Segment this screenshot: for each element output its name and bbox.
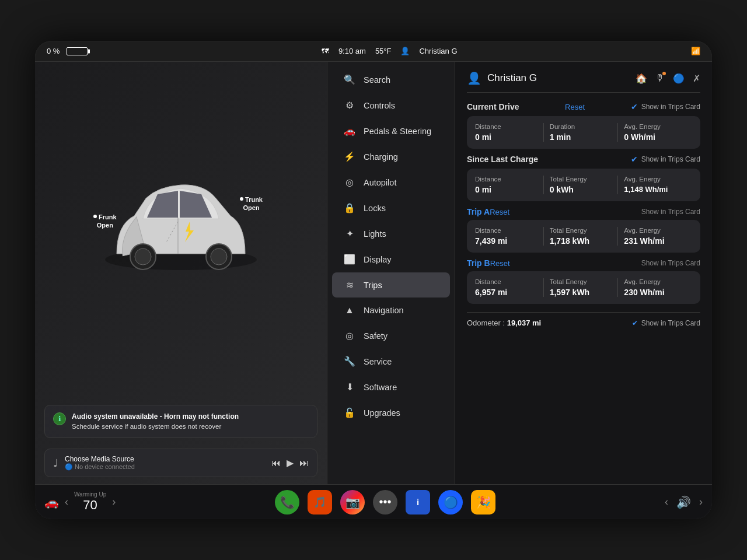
taskbar: 🚗 ‹ Warming Up 70 › 📞 🎵 📷 ••• i 🔵 🎉 ‹ 🔊 … <box>35 484 712 519</box>
user-header: 👤 Christian G 🏠 🎙 🔵 ✗ <box>467 71 700 93</box>
trip-b-card: Distance 6,957 mi Total Energy 1,597 kWh… <box>467 271 700 304</box>
status-bar: 0 % 🗺 9:10 am 55°F 👤 Christian G 📶 <box>35 41 712 62</box>
menu-label-pedals: Pedals & Steering <box>364 127 431 136</box>
dots-button[interactable]: ••• <box>373 490 397 514</box>
temp-prev-arrow[interactable]: ‹ <box>65 496 68 508</box>
navigation-icon: ▲ <box>344 305 355 316</box>
trip-a-total-label: Total Energy <box>550 227 612 234</box>
car-taskbar-icon[interactable]: 🚗 <box>44 495 59 509</box>
checkbox-icon-2: ✔ <box>631 155 638 164</box>
temp-value: 70 <box>74 498 106 513</box>
menu-item-trips[interactable]: ≋ Trips <box>332 272 450 298</box>
since-charge-header: Since Last Charge ✔ Show in Trips Card <box>467 155 700 164</box>
menu-label-search: Search <box>364 75 390 85</box>
current-drive-checkbox[interactable]: ✔ Show in Trips Card <box>631 102 700 111</box>
prev-button[interactable]: ⏮ <box>271 458 281 468</box>
charging-icon: ⚡ <box>344 151 355 162</box>
temp-next-arrow[interactable]: › <box>112 496 116 508</box>
menu-item-locks[interactable]: 🔒 Locks <box>332 195 450 220</box>
user-name: Christian G <box>487 72 537 84</box>
status-right: 📶 <box>691 47 700 55</box>
menu-item-charging[interactable]: ⚡ Charging <box>332 144 450 169</box>
trip-a-dist-label: Distance <box>475 227 537 234</box>
current-drive-reset[interactable]: Reset <box>565 103 585 111</box>
menu-item-display[interactable]: ⬜ Display <box>332 247 450 272</box>
since-charge-card: Distance 0 mi Total Energy 0 kWh Avg. En… <box>467 169 700 201</box>
current-avg-value: 0 Wh/mi <box>624 132 686 142</box>
since-charge-checkbox[interactable]: ✔ Show in Trips Card <box>631 155 700 164</box>
menu-label-autopilot: Autopilot <box>364 178 396 187</box>
lights-icon: ✦ <box>344 228 355 239</box>
since-charge-show: Show in Trips Card <box>641 155 700 163</box>
media-icon: ♩ <box>53 457 58 470</box>
pedals-icon: 🚗 <box>344 125 355 136</box>
play-button[interactable]: ▶ <box>287 457 294 468</box>
trip-a-distance: Distance 7,439 mi <box>475 227 544 246</box>
menu-item-controls[interactable]: ⚙ Controls <box>332 93 450 118</box>
menu-label-service: Service <box>364 357 392 366</box>
battery-bar <box>67 47 88 55</box>
alert-subtitle: Schedule service if audio system does no… <box>72 422 239 432</box>
odometer-checkbox[interactable]: ✔ Show in Trips Card <box>632 319 700 327</box>
info-button[interactable]: i <box>406 490 430 514</box>
charge-avg-energy: Avg. Energy 1,148 Wh/mi <box>618 176 692 194</box>
media-subtitle: 🔵 No device connected <box>65 463 264 471</box>
menu-label-lights: Lights <box>364 229 386 239</box>
next-button[interactable]: ⏭ <box>299 458 309 468</box>
charge-distance: Distance 0 mi <box>475 176 544 194</box>
odometer-value: 19,037 mi <box>507 318 542 327</box>
current-avg-label: Avg. Energy <box>624 123 686 130</box>
upgrades-icon: 🔓 <box>344 407 355 418</box>
phone-button[interactable]: 📞 <box>275 490 299 514</box>
trip-a-avg-energy: Avg. Energy 231 Wh/mi <box>618 227 692 246</box>
service-icon: 🔧 <box>344 356 355 367</box>
menu-item-lights[interactable]: ✦ Lights <box>332 221 450 246</box>
trips-icon: ≋ <box>344 279 355 290</box>
menu-label-upgrades: Upgrades <box>364 408 400 418</box>
odometer-row: Odometer : 19,037 mi ✔ Show in Trips Car… <box>467 312 700 327</box>
charge-distance-label: Distance <box>475 176 537 183</box>
signal-icon: 📶 <box>691 47 700 55</box>
menu-item-search[interactable]: 🔍 Search <box>332 67 450 92</box>
battery-percent: 0 % <box>47 47 60 55</box>
menu-item-upgrades[interactable]: 🔓 Upgrades <box>332 400 450 425</box>
camera-button[interactable]: 📷 <box>340 490 365 514</box>
menu-item-navigation[interactable]: ▲ Navigation <box>332 298 450 323</box>
vol-next-arrow[interactable]: › <box>699 496 703 508</box>
menu-item-autopilot[interactable]: ◎ Autopilot <box>332 170 450 195</box>
car-area: FrunkOpen TrunkOpen 🔓 <box>35 62 327 399</box>
volume-icon[interactable]: 🔊 <box>676 495 691 509</box>
menu-label-navigation: Navigation <box>364 306 404 315</box>
menu-item-safety[interactable]: ◎ Safety <box>332 323 450 348</box>
task-right: ‹ 🔊 › <box>644 495 703 509</box>
charge-avg-value: 1,148 Wh/mi <box>624 185 686 194</box>
trip-a-total-energy: Total Energy 1,718 kWh <box>544 227 619 246</box>
menu-label-trips: Trips <box>364 281 382 290</box>
status-center: 🗺 9:10 am 55°F 👤 Christian G <box>322 47 458 55</box>
alert-icon: ℹ <box>53 412 66 425</box>
bluetooth-button[interactable]: 🔵 <box>438 490 463 514</box>
odometer-text: Odometer : 19,037 mi <box>467 318 541 327</box>
trip-b-reset[interactable]: Reset <box>490 259 510 268</box>
current-drive-card: Distance 0 mi Duration 1 min Avg. Energy… <box>467 116 700 149</box>
current-drive-header: Current Drive Reset ✔ Show in Trips Card <box>467 102 700 111</box>
trip-b-title: Trip B <box>467 258 490 268</box>
user-icon: 👤 <box>400 47 410 55</box>
menu-item-software[interactable]: ⬇ Software <box>332 374 450 400</box>
current-drive-show: Show in Trips Card <box>641 103 700 111</box>
party-button[interactable]: 🎉 <box>471 490 495 514</box>
menu-item-pedals[interactable]: 🚗 Pedals & Steering <box>332 118 450 144</box>
vol-prev-arrow[interactable]: ‹ <box>665 496 668 508</box>
trip-a-total-value: 1,718 kWh <box>550 236 612 246</box>
trip-a-card: Distance 7,439 mi Total Energy 1,718 kWh… <box>467 220 700 253</box>
media-bar[interactable]: ♩ Choose Media Source 🔵 No device connec… <box>44 449 317 477</box>
temp-display: Warming Up 70 <box>74 491 106 513</box>
menu-item-service[interactable]: 🔧 Service <box>332 349 450 374</box>
trip-b-show: Show in Trips Card <box>641 259 700 267</box>
music-button[interactable]: 🎵 <box>308 490 332 514</box>
user-name-status: Christian G <box>419 47 457 55</box>
trip-a-reset[interactable]: Reset <box>490 208 509 216</box>
current-duration-label: Duration <box>550 123 612 130</box>
controls-icon: ⚙ <box>344 100 355 111</box>
current-drive-title: Current Drive <box>467 102 519 111</box>
